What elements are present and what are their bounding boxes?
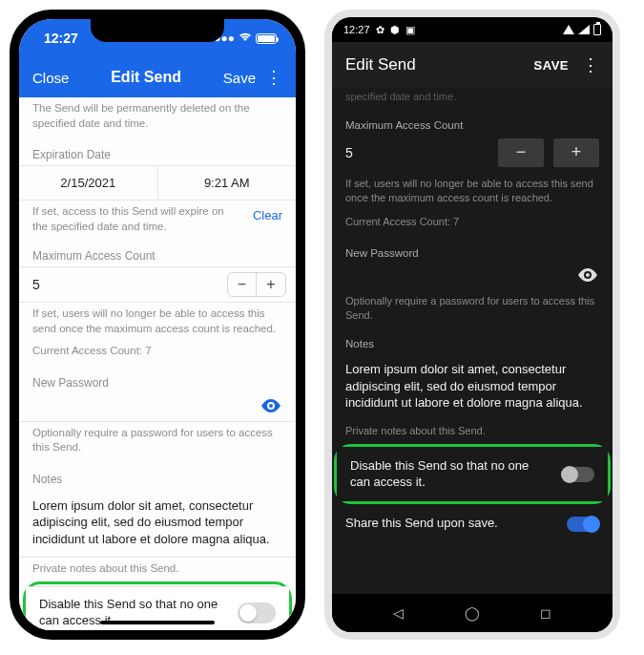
home-icon[interactable]: ◯ [465, 605, 480, 621]
max-access-value[interactable]: 5 [32, 277, 227, 292]
stepper-minus-icon[interactable]: − [498, 138, 544, 167]
clear-button[interactable]: Clear [234, 204, 282, 222]
status-time: 12:27 [44, 31, 78, 46]
nav-bar: Edit Send SAVE ⋮ [332, 42, 613, 88]
password-hint: Optionally require a password for users … [332, 292, 613, 330]
max-access-stepper[interactable]: − + [498, 138, 599, 167]
max-access-hint: If set, users will no longer be able to … [19, 303, 296, 344]
truncated-hint: specified date and time. [332, 88, 613, 112]
save-button[interactable]: SAVE [534, 58, 569, 73]
battery-icon [256, 33, 277, 44]
max-access-hint: If set, users will no longer be able to … [332, 175, 613, 213]
notification-icon: ▣ [405, 24, 415, 36]
notes-hint: Private notes about this Send. [19, 558, 296, 581]
gear-icon: ✿ [376, 24, 384, 36]
disable-send-toggle[interactable] [562, 467, 594, 482]
shield-icon: ⬢ [390, 24, 400, 36]
back-icon[interactable]: ◁ [393, 605, 404, 621]
more-icon[interactable]: ⋮ [582, 54, 599, 75]
android-frame: 12:27 ✿ ⬢ ▣ Edit Send SAVE ⋮ specified d… [324, 10, 620, 640]
share-on-save-label: Share this Send upon save. [345, 516, 567, 532]
close-button[interactable]: Close [32, 70, 69, 86]
expiration-time-field[interactable]: 9:21 AM [158, 166, 297, 200]
android-nav-bar: ◁ ◯ ◻ [332, 594, 613, 632]
password-hint: Optionally require a password for users … [19, 422, 296, 463]
deletion-hint: The Send will be permanently deleted on … [19, 97, 296, 138]
expiration-date-field[interactable]: 2/15/2021 [19, 166, 158, 200]
status-bar: 12:27 ✿ ⬢ ▣ [332, 17, 613, 42]
max-access-label: Maximum Access Count [332, 112, 613, 135]
nav-bar: Close Edit Send Save ⋮ [19, 57, 296, 97]
home-indicator[interactable] [100, 621, 215, 624]
iphone-notch [91, 19, 224, 42]
save-button[interactable]: Save [223, 70, 256, 86]
wifi-icon [239, 32, 252, 45]
stepper-plus-icon[interactable]: + [257, 273, 285, 296]
content-area: The Send will be permanently deleted on … [19, 97, 296, 630]
new-password-label: New Password [19, 367, 296, 393]
new-password-label: New Password [332, 236, 613, 263]
disable-send-toggle[interactable] [238, 602, 276, 623]
disable-send-label: Disable this Send so that no one can acc… [350, 458, 562, 491]
stepper-minus-icon[interactable]: − [228, 273, 257, 296]
nav-title: Edit Send [345, 55, 534, 74]
iphone-frame: 12:27 ●●● Close Edit Send Save ⋮ The Sen… [10, 10, 305, 640]
share-on-save-toggle[interactable] [567, 517, 599, 532]
max-access-label: Maximum Access Count [19, 240, 296, 266]
current-access-count: Current Access Count: 7 [19, 344, 296, 367]
signal-icon [563, 25, 574, 34]
notes-hint: Private notes about this Send. [332, 423, 613, 444]
nav-title: Edit Send [69, 69, 222, 86]
current-access-count: Current Access Count: 7 [332, 213, 613, 237]
notes-field[interactable]: Lorem ipsum dolor sit amet, consectetur … [332, 353, 613, 423]
highlight-disable-row: Disable this Send so that no one can acc… [334, 444, 611, 505]
recents-icon[interactable]: ◻ [540, 605, 551, 621]
status-time: 12:27 [343, 24, 370, 35]
eye-icon[interactable] [578, 268, 597, 285]
notes-field[interactable]: Lorem ipsum dolor sit amet, consectetur … [19, 490, 296, 559]
max-access-stepper[interactable]: − + [227, 272, 286, 297]
notes-label: Notes [19, 463, 296, 490]
stepper-plus-icon[interactable]: + [553, 138, 599, 167]
more-icon[interactable]: ⋮ [265, 69, 282, 86]
content-area: specified date and time. Maximum Access … [332, 88, 613, 594]
expiration-label: Expiration Date [19, 138, 296, 165]
expiration-hint: If set, access to this Send will expire … [32, 204, 234, 234]
cell-icon [578, 25, 590, 34]
eye-icon[interactable] [261, 399, 280, 415]
notes-label: Notes [332, 330, 613, 353]
battery-icon [593, 24, 601, 35]
max-access-value[interactable]: 5 [345, 145, 498, 160]
